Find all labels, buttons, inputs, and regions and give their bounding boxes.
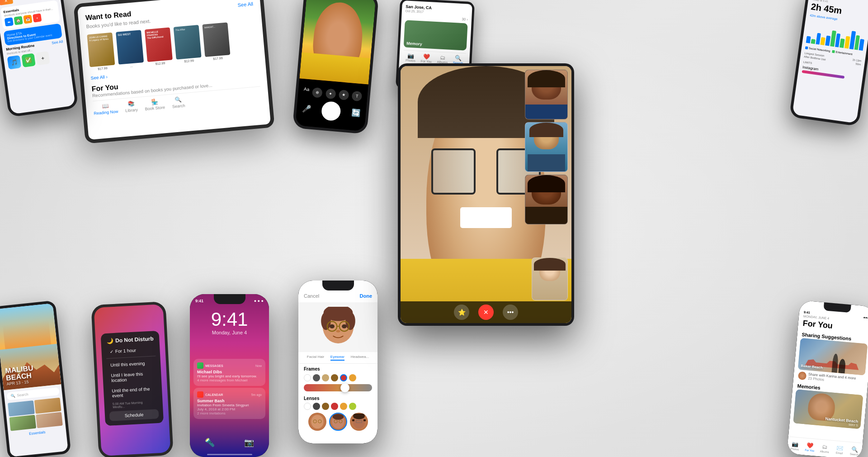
lock-notif-app-calendar: CALENDAR [205,393,223,396]
camera-filter-btn[interactable]: ⊕ [312,87,323,98]
camera-text-btn[interactable]: Aa [303,86,310,97]
dnd-schedule-btn[interactable]: Schedule [109,409,159,421]
lock-notif-body-1: I'll see you bright and early tomorrow. [197,374,262,378]
siri-shortcut-add[interactable]: + [36,51,50,66]
facetime-end-btn[interactable]: ✕ [478,305,494,320]
camera-shutter-btn[interactable] [321,101,342,122]
dnd-moon-icon: 🌙 [107,338,114,344]
camera-flip-icon[interactable]: 🔄 [351,109,361,118]
book-cover-5[interactable]: IMMORT... [202,22,230,57]
lens-color-brown[interactable] [322,403,329,410]
lens-color-orange[interactable] [340,403,347,410]
lens-color-clear[interactable] [304,403,311,410]
books-nav-library[interactable]: 📚 Library [124,100,138,113]
siri-icon-directions: ⬅ [5,17,14,26]
books-nav-search[interactable]: 🔍 Search [171,96,185,109]
books-see-all[interactable]: See All [237,1,253,8]
frame-color-orange[interactable] [349,374,356,381]
memoji-cancel-btn[interactable]: Cancel [304,293,319,299]
dnd-event-detail: 5:00 AM Tue Morning Mindfu... [109,400,158,410]
lock-messages-notif[interactable]: MESSAGES Now Michael Dibs I'll see you b… [193,359,265,386]
book-cover-3[interactable]: MICHELLE FRANCESThe GIRLfriend [145,27,173,62]
foryou-nav-search[interactable]: 🔍 Search [846,442,863,457]
siri-shortcut-1[interactable]: 🎵 [7,55,22,70]
lock-calendar-notif[interactable]: CALENDAR 5m ago Summer Bash Invitation F… [193,388,265,419]
frame-color-brown[interactable] [331,374,338,381]
foryou-memory-card[interactable]: Nantucket Beach MAY 5 [793,389,863,429]
svg-rect-19 [352,419,354,421]
memoji-cat-facial[interactable]: Facial Hair [307,355,324,361]
lens-color-red[interactable] [331,403,338,410]
malibu-search-input[interactable]: Search [17,392,28,398]
foryou-bottom-nav: 📷 Photos ❤️ For You 🗂 Albums ✉️ Email 🔍 [787,436,863,457]
iphone-camera-device: Aa ⊕ ✦ ★ T 🎤 🔄 [292,0,379,134]
svg-point-8 [342,324,347,328]
foryou-signal: ●●● [863,316,868,319]
frame-color-dark[interactable] [313,374,320,381]
lens-color-green[interactable] [349,403,356,410]
foryou-nav-photos[interactable]: 📷 Photos [787,437,803,455]
st-bar-12 [859,39,864,51]
facetime-tile-2 [525,122,568,172]
svg-point-14 [332,414,343,420]
camera-sticker-btn[interactable]: ★ [339,90,349,100]
frame-color-white[interactable] [304,374,311,381]
lock-notif-sender: Michael Dibs [197,370,262,374]
photos-memory-card[interactable]: Memory [404,20,468,50]
memoji-slider-thumb [340,383,349,392]
svg-point-3 [345,312,355,330]
siri-shortcut-2[interactable]: ✅ [21,53,36,67]
foryou-time: 9:41 [804,310,811,314]
books-nav-reading[interactable]: 📖 Reading Now [93,102,118,116]
facetime-more-btn[interactable]: ••• [503,305,518,320]
memoji-cat-headwear[interactable]: Headwea... [351,355,369,361]
st-bar-2 [811,39,815,44]
ipad-books-device: Want to Read See All Books you'd like to… [73,0,274,144]
photos-nav-photos[interactable]: 📷 Photos [406,52,416,62]
svg-point-2 [321,312,331,330]
face-variant-1[interactable] [308,413,326,431]
dnd-option-for1hour[interactable]: ✓ For 1 hour [106,345,155,357]
lock-battery: ● ● ● [254,299,264,303]
face-variant-3[interactable] [350,413,368,431]
facetime-tile-1 [525,70,568,119]
camera-text2-btn[interactable]: T [352,90,363,101]
facetime-self-tile [532,257,568,300]
malibu-search-icon: 🔍 [10,394,15,398]
photos-nav-albums[interactable]: 🗂 Albums [437,54,448,64]
lens-color-dark[interactable] [313,403,320,410]
memoji-frames-title: Frames [298,364,377,374]
books-nav-store[interactable]: 🏪 Book Store [144,98,165,111]
frame-color-gold[interactable] [322,374,329,381]
lock-time: 9:41 [190,310,269,329]
photos-nav-foryou[interactable]: ❤️ For You [421,53,432,63]
lock-notch [214,294,245,304]
lock-home-indicator [207,454,252,455]
foryou-nav-email[interactable]: ✉️ Email [831,441,848,457]
memoji-slider[interactable] [304,384,372,391]
legend-social: Social Networking [805,46,830,52]
book-cover-1[interactable]: JOHN LE CARRÉA Legacy of Spies [87,33,115,67]
siri-icon-more: + [33,13,42,22]
dnd-option-event[interactable]: Until the end of the event [108,384,158,401]
svg-point-9 [336,330,340,332]
facetime-star-btn[interactable]: ⭐ [454,305,469,320]
camera-fx-btn[interactable]: ✦ [325,88,336,99]
frame-color-red[interactable] [340,374,347,381]
iphone-siri-device: A widget shortcuts Essentials shortcuts … [0,0,79,117]
lock-flashlight-btn[interactable]: 🔦 [201,433,219,452]
dnd-title: Do Not Disturb [115,336,154,344]
foryou-nav-foryou[interactable]: ❤️ For You [802,438,818,456]
lock-camera-btn[interactable]: 📷 [240,433,258,452]
svg-point-7 [330,324,335,328]
book-cover-2[interactable]: GO WEST [116,30,144,65]
memoji-done-btn[interactable]: Done [360,293,373,299]
iphone-memoji-device: Cancel Done [298,281,377,443]
memoji-cat-eyewear[interactable]: Eyewear [330,355,344,361]
foryou-nav-albums[interactable]: 🗂 Albums [816,439,833,457]
dnd-option-location[interactable]: Until I leave this location [107,369,157,386]
dnd-option-evening[interactable]: Until this evening [107,358,156,371]
book-cover-4[interactable]: The Affair [174,25,202,60]
foryou-baker-beach-card[interactable]: Baker Beach [798,338,868,376]
face-variant-2[interactable] [329,413,347,431]
